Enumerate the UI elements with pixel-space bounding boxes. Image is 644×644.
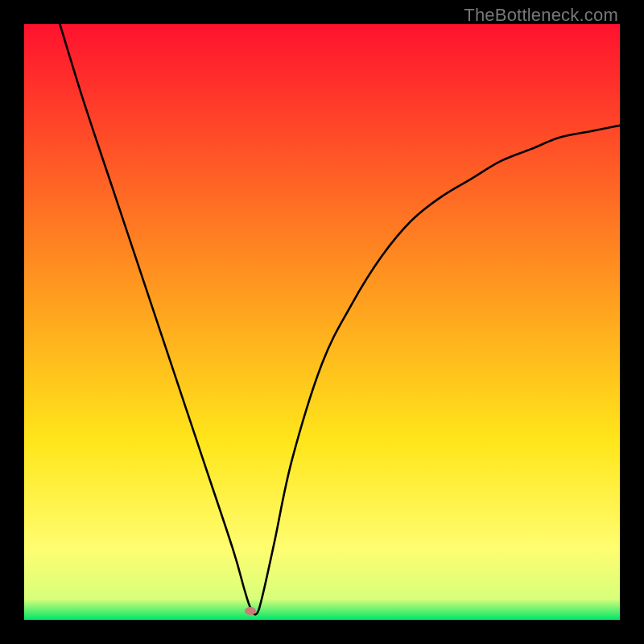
plot-area bbox=[24, 24, 620, 620]
minimum-marker bbox=[245, 607, 256, 615]
bottleneck-curve bbox=[24, 24, 620, 620]
watermark-text: TheBottleneck.com bbox=[464, 5, 618, 26]
chart-frame: TheBottleneck.com bbox=[0, 0, 644, 644]
